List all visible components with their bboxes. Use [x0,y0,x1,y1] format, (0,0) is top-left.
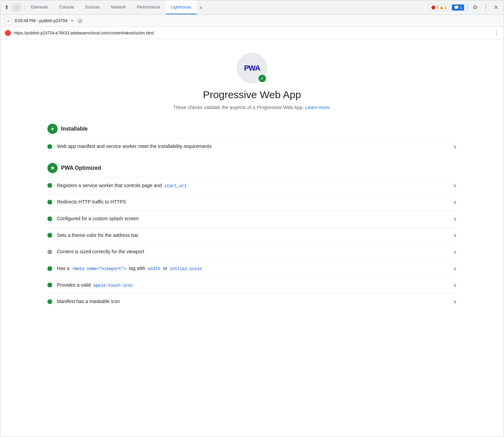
url-more-icon[interactable]: ⋮ [494,30,500,36]
audit-text-maskable: Manifest has a maskable icon [57,298,450,305]
url-bar: 🔴 https://publish-p24704-e76433.adobeaem… [0,27,504,39]
tab-lighthouse[interactable]: Lighthouse [166,0,197,14]
audit-item-https[interactable]: Redirects HTTP traffic to HTTPS ∨ [47,194,457,210]
subtitle-period: . [330,105,331,110]
code-width: width [147,266,162,272]
chevron-down-apple-icon: ∨ [453,282,457,288]
tab-elements[interactable]: Elements [26,0,54,14]
code-apple-touch-icon: apple-touch-icon [92,283,134,288]
tab-sources[interactable]: Sources [79,0,105,14]
audit-dot-green-meta [47,266,52,271]
audit-text-meta-viewport: Has a <meta name="viewport"> tag with wi… [57,265,450,272]
content-wrapper: PWA ✓ Progressive Web App These checks v… [47,46,457,310]
audit-item-apple-touch-icon[interactable]: Provides a valid apple-touch-icon ∨ [47,277,457,293]
audit-item-theme-color[interactable]: Sets a theme color for the address bar. … [47,227,457,244]
chevron-down-maskable-icon: ∨ [453,299,457,304]
audit-dot-green-https [47,200,52,205]
check-mark: ✓ [260,76,264,81]
pwa-icon-container: PWA ✓ [237,53,267,84]
right-separator [468,4,468,11]
audit-item-maskable-icon[interactable]: Manifest has a maskable icon ∨ [47,293,457,310]
audit-dot-green [47,144,52,149]
pwa-check-icon: ✓ [258,74,267,83]
audit-dot-green-sw [47,183,52,188]
url-text: https://publish-p24704-e76433.adobeaemcl… [14,31,491,35]
chevron-down-viewport-icon: ∨ [453,249,457,255]
info-badge[interactable]: 💬 1 [452,4,464,11]
layers-icon[interactable]: ⬜ [12,3,21,11]
pwa-subtitle: These checks validate the aspects of a P… [173,105,331,110]
chevron-down-icon: ∨ [453,144,457,149]
session-label: 8:05:49 PM - publish-p24704- [15,18,69,23]
chevron-down-meta-icon: ∨ [453,266,457,271]
installable-title: Installable [61,126,88,132]
audit-item-viewport-size[interactable]: Content is sized correctly for the viewp… [47,243,457,260]
pwa-logo-text: PWA [244,64,260,73]
chevron-down-sw-icon: ∨ [453,183,457,188]
tab-bar: ⬆ ⬜ Elements Console Sources Network Per… [0,0,504,15]
plus-icon: + [51,125,55,133]
audit-item-web-app-manifest[interactable]: Web app manifest and service worker meet… [47,138,457,155]
installable-section-header: + Installable [47,118,457,138]
pwa-header: PWA ✓ Progressive Web App These checks v… [47,46,457,110]
code-initial-scale: initial-scale [168,266,203,272]
pwa-title: Progressive Web App [203,89,301,101]
audit-text-splash: Configured for a custom splash screen [57,215,450,222]
main-content: PWA ✓ Progressive Web App These checks v… [0,39,504,437]
tab-network[interactable]: Network [105,0,131,14]
installable-icon: + [47,124,58,134]
chevron-down-splash-icon: ∨ [453,216,457,222]
info-count: 1 [460,5,462,10]
more-vertical-icon[interactable]: ⋮ [481,3,490,12]
star-icon: ★ [50,165,55,171]
add-session-button[interactable]: + [4,17,12,25]
info-icon: 💬 [454,5,459,10]
chevron-down-https-icon: ∨ [453,199,457,205]
tab-separator [25,4,25,11]
audit-dot-green-theme [47,233,52,238]
audit-item-service-worker[interactable]: Registers a service worker that controls… [47,177,457,194]
audit-dot-green-maskable [47,299,52,304]
error-dot-icon [431,5,435,10]
audit-text-apple-touch: Provides a valid apple-touch-icon [57,282,450,289]
pwa-subtitle-text: These checks validate the aspects of a P… [173,105,304,110]
error-warning-badge[interactable]: 7 1 [429,4,449,11]
session-dropdown-icon[interactable]: ▾ [71,19,73,22]
pwa-optimized-section-header: ★ PWA Optimized [47,157,457,177]
audit-text-theme-color: Sets a theme color for the address bar. [57,232,450,239]
cursor-icon[interactable]: ⬆ [4,4,9,11]
devtools-frame: ⬆ ⬜ Elements Console Sources Network Per… [0,0,504,437]
security-warning-icon: 🔴 [4,30,11,36]
audit-item-splash[interactable]: Configured for a custom splash screen ∨ [47,210,457,227]
audit-item-meta-viewport[interactable]: Has a <meta name="viewport"> tag with wi… [47,260,457,277]
chevron-down-theme-icon: ∨ [453,232,457,238]
audit-text-viewport: Content is sized correctly for the viewp… [57,248,450,255]
learn-more-link[interactable]: Learn more [305,105,330,110]
audit-text-manifest: Web app manifest and service worker meet… [57,143,450,150]
tab-performance[interactable]: Performance [131,0,166,14]
code-meta-viewport-tag: <meta name="viewport"> [71,266,127,272]
error-count: 7 [436,5,439,10]
pwa-optimized-title: PWA Optimized [61,165,101,171]
close-icon[interactable]: ✕ [492,3,500,12]
warning-count: 1 [445,5,447,10]
audit-text-https: Redirects HTTP traffic to HTTPS [57,199,450,206]
audit-dot-gray-viewport [47,250,52,254]
tab-bar-icons: ⬆ ⬜ [2,3,24,11]
tab-bar-right: 7 1 💬 1 ⚙ ⋮ ✕ [429,3,502,12]
code-start-url: start_url [163,183,188,189]
circle-slash-icon: ⊘ [78,18,82,24]
pwa-optimized-icon: ★ [47,163,58,173]
audit-text-service-worker: Registers a service worker that controls… [57,182,450,189]
audit-dot-green-splash [47,216,52,221]
tab-more-button[interactable]: » [197,4,205,11]
warning-triangle-icon [440,5,444,9]
audit-dot-green-apple [47,283,52,287]
settings-icon[interactable]: ⚙ [471,3,479,12]
session-bar: + 8:05:49 PM - publish-p24704- ▾ ⊘ [0,15,504,27]
tab-console[interactable]: Console [54,0,79,14]
no-throttle-icon[interactable]: ⊘ [77,18,83,24]
